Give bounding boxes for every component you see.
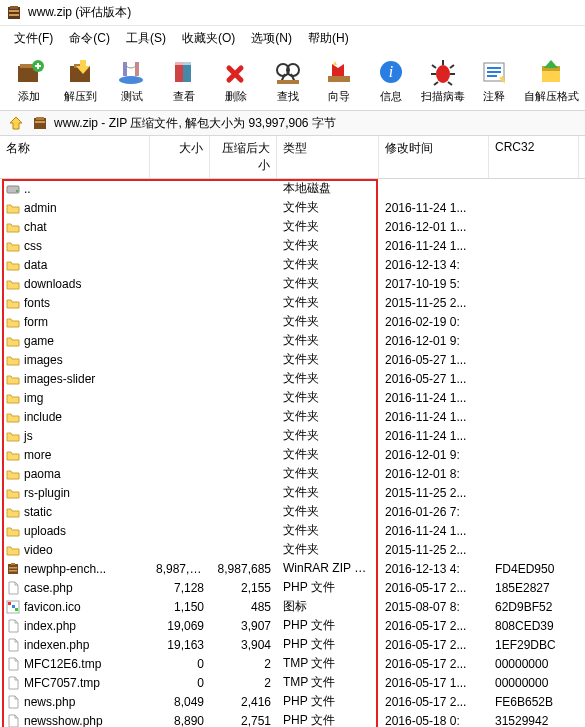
svg-rect-36: [11, 563, 15, 565]
file-row[interactable]: uploads文件夹2016-11-24 1...: [0, 521, 585, 540]
file-row[interactable]: include文件夹2016-11-24 1...: [0, 407, 585, 426]
file-row[interactable]: game文件夹2016-12-01 9:: [0, 331, 585, 350]
menu-favorites[interactable]: 收藏夹(O): [174, 28, 243, 49]
file-row[interactable]: data文件夹2016-12-13 4:: [0, 255, 585, 274]
toolbar-comment[interactable]: 注释: [470, 55, 520, 106]
folder-icon: [6, 239, 20, 253]
file-row[interactable]: more文件夹2016-12-01 9:: [0, 445, 585, 464]
file-size: 0: [150, 657, 210, 671]
file-type: 文件夹: [277, 256, 379, 273]
file-crc: 62D9BF52: [489, 600, 579, 614]
toolbar-test[interactable]: 测试: [107, 55, 157, 106]
file-row[interactable]: chat文件夹2016-12-01 1...: [0, 217, 585, 236]
svg-rect-18: [277, 80, 299, 84]
file-crc: 808CED39: [489, 619, 579, 633]
up-one-level-button[interactable]: [6, 114, 26, 132]
file-crc: 185E2827: [489, 581, 579, 595]
file-row[interactable]: video文件夹2015-11-25 2...: [0, 540, 585, 559]
file-row[interactable]: js文件夹2016-11-24 1...: [0, 426, 585, 445]
file-mtime: 2016-12-01 9:: [379, 334, 489, 348]
file-packed: 2: [210, 676, 277, 690]
file-type: 文件夹: [277, 484, 379, 501]
file-name: MFC12E6.tmp: [24, 657, 101, 671]
header-mtime[interactable]: 修改时间: [379, 136, 489, 178]
menu-tools[interactable]: 工具(S): [118, 28, 174, 49]
window-title: www.zip (评估版本): [28, 4, 131, 21]
file-row[interactable]: images-slider文件夹2016-05-27 1...: [0, 369, 585, 388]
header-name[interactable]: 名称: [0, 136, 150, 178]
file-name: admin: [24, 201, 57, 215]
folder-icon: [6, 334, 20, 348]
file-row[interactable]: case.php7,1282,155PHP 文件2016-05-17 2...1…: [0, 578, 585, 597]
file-row[interactable]: newsshow.php8,8902,751PHP 文件2016-05-18 0…: [0, 711, 585, 727]
file-mtime: 2016-12-13 4:: [379, 562, 489, 576]
zip-icon: [6, 562, 20, 576]
file-row[interactable]: rs-plugin文件夹2015-11-25 2...: [0, 483, 585, 502]
header-size[interactable]: 大小: [150, 136, 210, 178]
toolbar-add[interactable]: 添加: [4, 55, 54, 106]
file-name: index.php: [24, 619, 76, 633]
file-type: 文件夹: [277, 408, 379, 425]
file-row[interactable]: fonts文件夹2015-11-25 2...: [0, 293, 585, 312]
folder-icon: [6, 258, 20, 272]
menu-commands[interactable]: 命令(C): [61, 28, 118, 49]
file-mtime: 2016-11-24 1...: [379, 524, 489, 538]
header-crc[interactable]: CRC32: [489, 136, 579, 178]
file-row[interactable]: newphp-ench...8,987,6858,987,685WinRAR Z…: [0, 559, 585, 578]
svg-marker-28: [544, 60, 558, 68]
toolbar-find[interactable]: 查找: [263, 55, 313, 106]
file-name: chat: [24, 220, 47, 234]
file-mtime: 2015-11-25 2...: [379, 486, 489, 500]
file-mtime: 2016-11-24 1...: [379, 410, 489, 424]
file-type: 本地磁盘: [277, 180, 379, 197]
file-row[interactable]: news.php8,0492,416PHP 文件2016-05-17 2...F…: [0, 692, 585, 711]
file-row[interactable]: favicon.ico1,150485图标2015-08-07 8:62D9BF…: [0, 597, 585, 616]
folder-icon: [6, 315, 20, 329]
toolbar-view[interactable]: 查看: [159, 55, 209, 106]
toolbar-delete-label: 删除: [225, 89, 247, 104]
file-name: rs-plugin: [24, 486, 70, 500]
file-type: 文件夹: [277, 275, 379, 292]
toolbar-sfx[interactable]: 自解压格式: [521, 55, 581, 106]
header-packed[interactable]: 压缩后大小: [210, 136, 277, 178]
file-mtime: 2016-05-17 2...: [379, 581, 489, 595]
file-row[interactable]: admin文件夹2016-11-24 1...: [0, 198, 585, 217]
toolbar-scan[interactable]: 扫描病毒: [418, 55, 468, 106]
file-type: 文件夹: [277, 313, 379, 330]
header-type[interactable]: 类型: [277, 136, 379, 178]
file-row[interactable]: form文件夹2016-02-19 0:: [0, 312, 585, 331]
menu-file[interactable]: 文件(F): [6, 28, 61, 49]
file-row[interactable]: paoma文件夹2016-12-01 8:: [0, 464, 585, 483]
folder-icon: [6, 505, 20, 519]
file-row[interactable]: index.php19,0693,907PHP 文件2016-05-17 2..…: [0, 616, 585, 635]
toolbar-wizard[interactable]: 向导: [314, 55, 364, 106]
file-row[interactable]: images文件夹2016-05-27 1...: [0, 350, 585, 369]
file-row[interactable]: MFC12E6.tmp02TMP 文件2016-05-17 2...000000…: [0, 654, 585, 673]
file-mtime: 2016-05-17 2...: [379, 695, 489, 709]
file-row[interactable]: ..本地磁盘: [0, 179, 585, 198]
toolbar-extract[interactable]: 解压到: [56, 55, 106, 106]
toolbar: 添加 解压到 测试 查看 删除 查找 向导 i 信息 扫描病毒 注释 自解压格式: [0, 51, 585, 111]
file-name: downloads: [24, 277, 81, 291]
toolbar-sfx-label: 自解压格式: [524, 89, 579, 104]
file-row[interactable]: img文件夹2016-11-24 1...: [0, 388, 585, 407]
app-icon: [6, 5, 22, 21]
file-row[interactable]: css文件夹2016-11-24 1...: [0, 236, 585, 255]
file-row[interactable]: MFC7057.tmp02TMP 文件2016-05-17 1...000000…: [0, 673, 585, 692]
svg-rect-1: [10, 6, 18, 9]
menu-help[interactable]: 帮助(H): [300, 28, 357, 49]
file-row[interactable]: indexen.php19,1633,904PHP 文件2016-05-17 2…: [0, 635, 585, 654]
toolbar-wizard-label: 向导: [328, 89, 350, 104]
wizard-icon: [321, 57, 357, 87]
virus-scan-icon: [425, 57, 461, 87]
file-crc: 31529942: [489, 714, 579, 728]
file-mtime: 2015-11-25 2...: [379, 543, 489, 557]
toolbar-info[interactable]: i 信息: [366, 55, 416, 106]
file-name: js: [24, 429, 33, 443]
file-row[interactable]: static文件夹2016-01-26 7:: [0, 502, 585, 521]
menu-options[interactable]: 选项(N): [243, 28, 300, 49]
toolbar-delete[interactable]: 删除: [211, 55, 261, 106]
file-row[interactable]: downloads文件夹2017-10-19 5:: [0, 274, 585, 293]
file-mtime: 2015-08-07 8:: [379, 600, 489, 614]
svg-text:i: i: [389, 63, 393, 80]
